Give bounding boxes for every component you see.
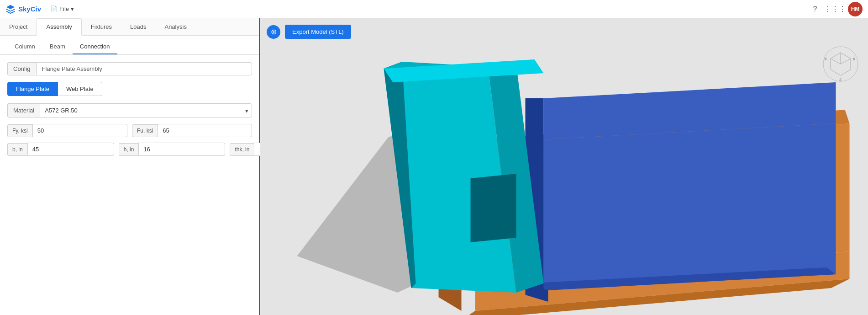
tab-assembly[interactable]: Assembly xyxy=(37,18,81,36)
file-menu-button[interactable]: 📄 File ▾ xyxy=(47,4,78,14)
panel-content: Config Flange Plate Assembly Flange Plat… xyxy=(0,55,259,315)
b-label: b, in xyxy=(7,143,27,156)
file-chevron-icon: ▾ xyxy=(71,5,74,12)
fu-label: Fu, ksi xyxy=(132,124,158,137)
topnav: SkyCiv 📄 File ▾ ? ⋮⋮⋮ HM xyxy=(0,0,868,18)
3d-scene xyxy=(260,18,868,315)
top-tabs: Project Assembly Fixtures Loads Analysis xyxy=(0,18,259,36)
apps-icon: ⋮⋮⋮ xyxy=(824,5,846,13)
fy-label: Fy, ksi xyxy=(7,124,32,137)
svg-marker-18 xyxy=(544,123,836,290)
fy-group: Fy, ksi xyxy=(7,124,127,137)
material-row: Material A572 GR.50 A36 A992 A500 xyxy=(7,103,252,117)
flange-plate-button[interactable]: Flange Plate xyxy=(7,82,58,96)
logo-text: SkyCiv xyxy=(18,5,41,13)
compass-icon: ⊕ xyxy=(271,27,277,36)
config-value: Flange Plate Assembly xyxy=(36,62,252,75)
svg-line-3 xyxy=(841,59,851,64)
web-plate-button[interactable]: Web Plate xyxy=(58,82,102,96)
nav-cube-svg: X X Z xyxy=(822,46,859,82)
config-row: Config Flange Plate Assembly xyxy=(7,62,252,75)
fy-input[interactable] xyxy=(32,124,127,137)
tab-loads[interactable]: Loads xyxy=(121,18,155,36)
fu-group: Fu, ksi xyxy=(132,124,252,137)
fy-fu-row: Fy, ksi Fu, ksi xyxy=(7,124,252,137)
svg-marker-27 xyxy=(471,174,516,242)
material-select-wrap: A572 GR.50 A36 A992 A500 xyxy=(40,103,252,117)
tab-column[interactable]: Column xyxy=(7,39,42,54)
h-label: h, in xyxy=(119,143,139,156)
svg-line-4 xyxy=(831,59,841,64)
b-input[interactable] xyxy=(27,143,114,156)
svg-text:X: X xyxy=(824,57,827,61)
viewport-toolbar: ⊕ Export Model (STL) xyxy=(267,25,351,39)
logo: SkyCiv xyxy=(5,4,41,14)
file-label: File xyxy=(59,5,69,12)
nav-cube: X X Z xyxy=(822,46,859,82)
svg-text:X: X xyxy=(852,57,855,61)
h-input[interactable] xyxy=(138,143,225,156)
config-label: Config xyxy=(7,62,36,75)
file-icon: 📄 xyxy=(50,5,58,12)
export-model-button[interactable]: Export Model (STL) xyxy=(285,25,351,39)
tab-connection[interactable]: Connection xyxy=(73,39,117,54)
main-layout: Project Assembly Fixtures Loads Analysis… xyxy=(0,18,868,315)
help-icon: ? xyxy=(813,5,817,13)
h-group: h, in xyxy=(119,143,226,156)
tab-fixtures[interactable]: Fixtures xyxy=(82,18,121,36)
apps-button[interactable]: ⋮⋮⋮ xyxy=(828,2,842,16)
material-select[interactable]: A572 GR.50 A36 A992 A500 xyxy=(40,103,252,117)
fu-input[interactable] xyxy=(158,124,252,137)
left-panel: Project Assembly Fixtures Loads Analysis… xyxy=(0,18,260,315)
b-group: b, in xyxy=(7,143,114,156)
right-panel: ⊕ Export Model (STL) X X Z xyxy=(260,18,868,315)
tab-project[interactable]: Project xyxy=(0,18,37,36)
tab-analysis[interactable]: Analysis xyxy=(155,18,195,36)
skyciv-logo-icon xyxy=(5,4,16,14)
tab-beam[interactable]: Beam xyxy=(42,39,73,54)
sub-tabs: Column Beam Connection xyxy=(0,36,259,55)
thk-label: thk, in xyxy=(230,143,254,156)
svg-text:Z: Z xyxy=(839,77,842,81)
plate-toggle: Flange Plate Web Plate xyxy=(7,82,252,96)
material-label: Material xyxy=(7,103,40,117)
b-h-thk-row: b, in h, in thk, in xyxy=(7,143,252,156)
view-compass-button[interactable]: ⊕ xyxy=(267,25,280,39)
avatar[interactable]: HM xyxy=(848,2,863,16)
help-button[interactable]: ? xyxy=(808,2,822,16)
